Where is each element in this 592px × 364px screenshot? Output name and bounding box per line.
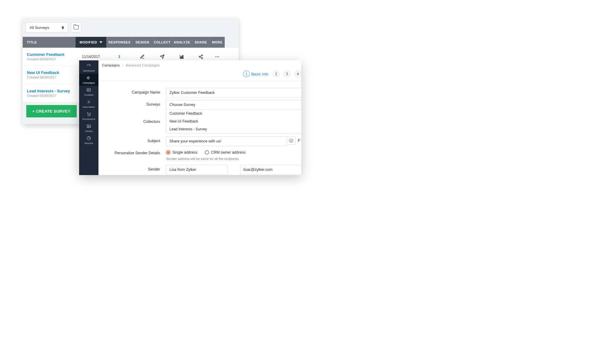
sidebar-item-contacts[interactable]: Contacts [79, 86, 98, 98]
campaign-name-input[interactable] [166, 88, 301, 97]
survey-name-link[interactable]: Customer Feedback [27, 52, 76, 57]
svg-point-5 [201, 57, 203, 59]
chart-icon [179, 54, 184, 59]
breadcrumb-root[interactable]: Campaigns [102, 63, 120, 67]
radio-icon [205, 150, 209, 155]
svg-line-6 [200, 56, 201, 56]
step-2[interactable]: 2 [273, 71, 279, 77]
svg-rect-2 [183, 55, 183, 58]
breadcrumb-leaf: Advanced Campaigns [126, 63, 160, 67]
svg-point-18 [90, 115, 90, 116]
surveys-dropdown-header[interactable]: Choose Survey [166, 100, 301, 110]
th-responses[interactable]: RESPONSES [106, 37, 132, 48]
svg-point-3 [201, 55, 203, 56]
svg-line-11 [89, 65, 90, 66]
id-card-icon [86, 88, 91, 92]
svg-rect-0 [181, 57, 181, 58]
analyze-action[interactable] [172, 54, 192, 59]
sender-name-input[interactable] [166, 165, 227, 174]
survey-option[interactable]: New UI Feedback [166, 117, 301, 125]
label-collectors: Collectors [98, 117, 166, 124]
responses-link[interactable]: 1 [106, 54, 132, 59]
survey-option[interactable]: Customer Feedback [166, 110, 301, 117]
radio-single-address[interactable]: Single address [166, 150, 198, 155]
th-collect[interactable]: COLLECT [152, 37, 172, 48]
create-survey-button[interactable]: + CREATE SURVEY [26, 105, 77, 117]
image-icon [86, 124, 91, 129]
gear-icon [86, 100, 91, 104]
step-1[interactable]: 1 Basic Info [243, 71, 269, 77]
radio-crm-owner[interactable]: CRM owner address [205, 150, 246, 155]
sidebar-item-reports[interactable]: Reports [79, 134, 98, 146]
th-modified[interactable]: MODIFIED [76, 37, 106, 48]
svg-point-4 [199, 56, 200, 57]
sidebar-item-automation[interactable]: Automation [79, 98, 98, 110]
folder-button[interactable] [71, 22, 81, 33]
th-title[interactable]: TITLE [23, 37, 76, 48]
svg-point-23 [291, 140, 292, 140]
step-3[interactable]: 3 [284, 71, 290, 77]
share-icon [198, 54, 203, 59]
label-campaign-name: Campaign Name [98, 88, 166, 94]
campaign-form: Campaign Name Surveys Choose Survey Cust… [98, 81, 301, 175]
survey-option[interactable]: Lead Interests - Survey [166, 125, 301, 133]
svg-point-9 [217, 56, 217, 57]
th-share[interactable]: SHARE [192, 37, 210, 48]
svg-point-13 [88, 89, 89, 90]
megaphone-icon [86, 75, 91, 80]
cart-icon [86, 112, 91, 117]
smile-icon [289, 138, 294, 143]
label-sender: Sender [98, 165, 166, 171]
th-analyze[interactable]: ANALYZE [172, 37, 192, 48]
chevron-right-icon: › [122, 63, 123, 67]
surveys-dropdown-list: Customer Feedback New UI Feedback Lead I… [166, 110, 301, 133]
svg-point-22 [290, 140, 291, 140]
th-more[interactable]: MORE [210, 37, 225, 48]
survey-name-link[interactable]: New UI Feedback [27, 70, 76, 75]
survey-created-label: Created 03/25/2017 [27, 57, 76, 61]
surveys-table-header: TITLE MODIFIED RESPONSES DESIGN COLLECT … [23, 37, 239, 48]
surveys-dropdown[interactable]: Choose Survey Customer Feedback New UI F… [166, 100, 301, 133]
step-4[interactable]: 4 [294, 71, 301, 77]
more-action[interactable] [210, 54, 225, 59]
svg-point-17 [88, 115, 88, 116]
sort-desc-icon [99, 41, 102, 43]
survey-name-link[interactable]: Lead Interests - Survey [27, 89, 76, 93]
breadcrumb: Campaigns › Advanced Campaigns [98, 60, 301, 69]
svg-rect-1 [182, 56, 182, 58]
survey-created-label: Created 03/24/2017 [27, 94, 76, 97]
th-design[interactable]: DESIGN [132, 37, 152, 48]
svg-line-7 [200, 57, 201, 58]
sidebar-item-ecommerce[interactable]: Ecommerce [79, 110, 98, 122]
surveys-filter-select[interactable]: All Surveys [26, 22, 68, 33]
edit-icon [140, 54, 145, 59]
svg-point-16 [88, 101, 89, 103]
campaigns-window: Dashboard Campaigns Contacts Automation … [79, 60, 301, 175]
truncated-letter: F [298, 138, 300, 143]
campaign-main: Campaigns › Advanced Campaigns 1 Basic I… [98, 60, 301, 175]
sidebar-item-dashboard[interactable]: Dashboard [79, 62, 98, 74]
folder-icon [74, 26, 79, 29]
share-action[interactable] [192, 54, 210, 59]
sender-radio-group: Single address CRM owner address [166, 148, 301, 155]
collect-action[interactable] [152, 54, 172, 59]
updown-icon [62, 26, 64, 29]
radio-icon [166, 150, 170, 155]
survey-created-label: Created 06/30/2017 [27, 75, 76, 79]
svg-point-10 [218, 56, 219, 57]
send-icon [160, 54, 165, 59]
sender-email-input[interactable] [240, 165, 301, 174]
sidebar-item-library[interactable]: Library [79, 122, 98, 134]
design-action[interactable] [132, 54, 152, 59]
cell-modified: 11/14/2017 [76, 55, 106, 59]
label-personalize: Personalize Sender Details [98, 148, 166, 155]
sender-helper-text: Sender address will be same for all the … [166, 157, 301, 161]
svg-point-20 [88, 125, 88, 126]
subject-input[interactable] [166, 136, 287, 146]
dots-icon [215, 54, 220, 59]
sidebar-item-campaigns[interactable]: Campaigns [79, 74, 98, 86]
svg-point-8 [215, 56, 216, 57]
filter-value: All Surveys [30, 25, 49, 30]
label-surveys: Surveys [98, 100, 166, 107]
emoji-button[interactable] [287, 136, 296, 145]
